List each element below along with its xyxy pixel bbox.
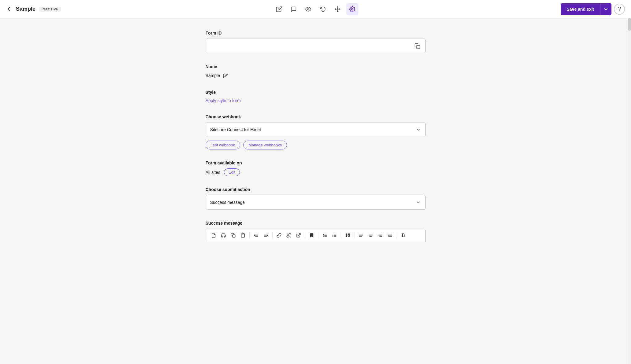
choose-submit-action-label: Choose submit action <box>206 187 426 192</box>
webhook-section: Choose webhook Sitecore Connect for Exce… <box>206 114 426 149</box>
edit-name-button[interactable] <box>222 72 229 79</box>
style-label: Style <box>206 90 426 95</box>
nav-center <box>273 3 358 15</box>
align-left-toolbar-btn[interactable] <box>356 231 365 240</box>
svg-rect-9 <box>233 235 235 237</box>
svg-point-0 <box>307 8 309 10</box>
link-toolbar-btn[interactable] <box>274 231 284 240</box>
name-row: Sample <box>206 72 426 79</box>
svg-rect-10 <box>242 233 244 234</box>
scrollbar-track[interactable] <box>628 18 631 364</box>
history-nav-icon[interactable] <box>317 3 329 15</box>
svg-point-29 <box>333 236 333 237</box>
svg-point-27 <box>333 234 333 234</box>
apply-style-button[interactable]: Apply style to form <box>206 98 241 103</box>
outdent-toolbar-btn[interactable] <box>251 231 261 240</box>
nav-left: Sample INACTIVE <box>6 6 273 12</box>
toolbar-divider-4 <box>318 232 318 238</box>
style-section: Style Apply style to form <box>206 90 426 103</box>
copy-toolbar-btn[interactable] <box>229 231 238 240</box>
form-available-row: All sites Edit <box>206 168 426 176</box>
bookmark-toolbar-btn[interactable] <box>307 231 316 240</box>
choose-webhook-label: Choose webhook <box>206 114 426 119</box>
webhook-actions: Test webhook Manage webhooks <box>206 141 426 149</box>
save-exit-button[interactable]: Save and exit <box>561 3 600 15</box>
edit-sites-button[interactable]: Edit <box>224 168 240 176</box>
toolbar-divider-1 <box>249 232 250 238</box>
main-content: Form ID Name Sample Style A <box>200 18 432 271</box>
align-right-toolbar-btn[interactable] <box>376 231 385 240</box>
form-id-input[interactable] <box>210 43 413 48</box>
webhook-chevron-icon <box>416 127 421 133</box>
status-badge: INACTIVE <box>39 7 61 12</box>
success-message-label: Success message <box>206 221 426 226</box>
preview-nav-icon[interactable] <box>302 3 314 15</box>
svg-rect-4 <box>416 45 420 49</box>
unlink-toolbar-btn[interactable] <box>284 231 293 240</box>
edit-nav-icon[interactable] <box>273 3 285 15</box>
name-section: Name Sample <box>206 64 426 79</box>
webhook-dropdown[interactable]: Sitecore Connect for Excel <box>206 122 426 137</box>
toolbar-divider-3 <box>305 232 305 238</box>
submit-action-dropdown[interactable]: Success message <box>206 195 426 210</box>
bold-icon-label: B <box>402 233 405 238</box>
sites-value: All sites <box>206 170 220 175</box>
toolbar-divider-6 <box>354 232 354 238</box>
form-id-section: Form ID <box>206 31 426 53</box>
nav-right: Save and exit ? <box>358 3 625 15</box>
editor-toolbar: B <box>206 229 426 242</box>
webhook-selected-value: Sitecore Connect for Excel <box>210 127 416 132</box>
svg-point-28 <box>333 235 333 235</box>
new-doc-toolbar-btn[interactable] <box>209 231 218 240</box>
form-id-input-wrapper <box>206 39 426 53</box>
success-message-section: Success message <box>206 221 426 242</box>
scrollbar-thumb[interactable] <box>628 18 631 31</box>
external-link-toolbar-btn[interactable] <box>294 231 303 240</box>
name-label: Name <box>206 64 426 69</box>
back-button[interactable] <box>6 6 12 12</box>
submit-action-chevron-icon <box>416 200 421 205</box>
cut-toolbar-btn[interactable] <box>219 231 228 240</box>
blockquote-toolbar-btn[interactable] <box>343 231 352 240</box>
submit-action-selected: Success message <box>210 200 416 205</box>
settings-nav-icon[interactable] <box>346 3 358 15</box>
form-id-label: Form ID <box>206 31 426 35</box>
app-title: Sample <box>16 6 35 12</box>
bold-toolbar-btn[interactable]: B <box>399 231 408 240</box>
svg-point-3 <box>351 8 353 10</box>
align-center-toolbar-btn[interactable] <box>366 231 375 240</box>
svg-line-20 <box>298 233 300 236</box>
toolbar-divider-7 <box>397 232 397 238</box>
toolbar-divider-5 <box>341 232 341 238</box>
save-chevron-button[interactable] <box>600 3 611 15</box>
unordered-list-toolbar-btn[interactable] <box>330 231 339 240</box>
top-navigation: Sample INACTIVE <box>0 0 631 18</box>
paste-toolbar-btn[interactable] <box>238 231 248 240</box>
test-webhook-button[interactable]: Test webhook <box>206 141 240 149</box>
indent-toolbar-btn[interactable] <box>261 231 270 240</box>
save-button-group: Save and exit <box>561 3 612 15</box>
form-available-label: Form available on <box>206 160 426 165</box>
copy-form-id-button[interactable] <box>413 41 422 50</box>
manage-webhooks-button[interactable]: Manage webhooks <box>243 141 287 149</box>
move-nav-icon[interactable] <box>332 3 344 15</box>
help-button[interactable]: ? <box>614 4 625 15</box>
ordered-list-toolbar-btn[interactable] <box>320 231 329 240</box>
justify-toolbar-btn[interactable] <box>386 231 395 240</box>
form-available-section: Form available on All sites Edit <box>206 160 426 176</box>
submit-action-section: Choose submit action Success message <box>206 187 426 210</box>
chat-nav-icon[interactable] <box>288 3 300 15</box>
toolbar-divider-2 <box>272 232 273 238</box>
name-value: Sample <box>206 73 220 78</box>
